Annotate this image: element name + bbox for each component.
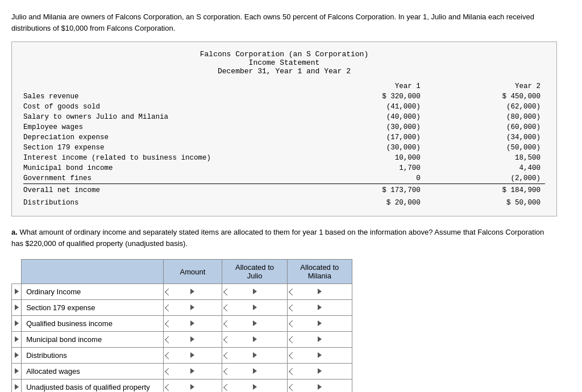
is-overall-year1: $ 173,700 [310, 184, 425, 196]
is-row-year2: (2,000) [425, 173, 545, 184]
chevron-icon [15, 384, 19, 390]
answer-col-amount-header: Amount [163, 260, 222, 284]
amount-chevron-icon [190, 368, 194, 374]
answer-row-julio-0[interactable] [222, 284, 287, 300]
chevron-icon [15, 320, 19, 326]
answer-row-amount-6[interactable] [163, 380, 222, 393]
is-header: Falcons Corporation (an S Corporation) I… [23, 50, 545, 76]
question-label: a. [11, 228, 18, 236]
is-row-label: Salary to owners Julio and Milania [23, 112, 310, 122]
answer-table-wrapper: Amount Allocated to Julio Allocated to M… [11, 259, 352, 392]
is-row-year1: 1,700 [310, 163, 425, 173]
income-statement-table: Year 1 Year 2 Sales revenue $ 320,000 $ … [23, 81, 545, 208]
is-row: Depreciation expense (17,000) (34,000) [23, 132, 545, 143]
is-row-year2: (34,000) [425, 132, 545, 143]
row-chevron-0 [12, 284, 22, 300]
is-row-year1: (41,000) [310, 102, 425, 112]
answer-row-amount-2[interactable] [163, 316, 222, 332]
answer-table-row: Section 179 expense [12, 300, 352, 316]
is-row: Interest income (related to business inc… [23, 153, 545, 163]
is-row-year1: (17,000) [310, 132, 425, 143]
is-row-label: Cost of goods sold [23, 102, 310, 112]
julio-chevron-icon [253, 289, 257, 294]
is-row: Cost of goods sold (41,000) (62,000) [23, 102, 545, 112]
is-overall-row: Overall net income $ 173,700 $ 184,900 [23, 184, 545, 196]
is-row: Sales revenue $ 320,000 $ 450,000 [23, 91, 545, 102]
answer-table-row: Municipal bond income [12, 332, 352, 348]
row-chevron-5 [12, 364, 22, 380]
question-text: What amount of ordinary income and separ… [11, 228, 544, 248]
answer-row-label-1: Section 179 expense [22, 300, 163, 316]
answer-table-row: Ordinary Income [12, 284, 352, 300]
is-title-line1: Falcons Corporation (an S Corporation) [23, 50, 545, 59]
is-row-year2: 4,400 [425, 163, 545, 173]
amount-chevron-icon [190, 336, 194, 342]
row-chevron-6 [12, 380, 22, 393]
answer-row-milania-0[interactable] [287, 284, 352, 300]
is-row-label: Interest income (related to business inc… [23, 153, 310, 163]
answer-row-julio-5[interactable] [222, 364, 287, 380]
row-chevron-3 [12, 332, 22, 348]
answer-row-julio-4[interactable] [222, 348, 287, 364]
answer-row-amount-4[interactable] [163, 348, 222, 364]
amount-chevron-icon [190, 320, 194, 326]
is-row: Salary to owners Julio and Milania (40,0… [23, 112, 545, 122]
is-row-label: Municipal bond income [23, 163, 310, 173]
answer-row-milania-2[interactable] [287, 316, 352, 332]
answer-row-milania-3[interactable] [287, 332, 352, 348]
is-dist-label: Distributions [23, 195, 310, 208]
is-distributions-row: Distributions $ 20,000 $ 50,000 [23, 195, 545, 208]
is-row-year1: (40,000) [310, 112, 425, 122]
milania-chevron-icon [318, 289, 322, 294]
is-row-year2: $ 450,000 [425, 91, 545, 102]
row-chevron-4 [12, 348, 22, 364]
answer-row-julio-6[interactable] [222, 380, 287, 393]
answer-row-milania-4[interactable] [287, 348, 352, 364]
row-chevron-1 [12, 300, 22, 316]
answer-table-row: Allocated wages [12, 364, 352, 380]
answer-row-julio-2[interactable] [222, 316, 287, 332]
answer-row-milania-1[interactable] [287, 300, 352, 316]
is-row: Section 179 expense (30,000) (50,000) [23, 143, 545, 153]
answer-row-julio-3[interactable] [222, 332, 287, 348]
answer-row-julio-1[interactable] [222, 300, 287, 316]
is-overall-label: Overall net income [23, 184, 310, 196]
milania-chevron-icon [318, 352, 322, 358]
is-row-year1: (30,000) [310, 143, 425, 153]
answer-row-label-2: Qualified business income [22, 316, 163, 332]
is-row-label: Depreciation expense [23, 132, 310, 143]
answer-row-label-6: Unadjusted basis of qualified property [22, 380, 163, 393]
julio-chevron-icon [253, 305, 257, 310]
answer-row-amount-1[interactable] [163, 300, 222, 316]
answer-table: Amount Allocated to Julio Allocated to M… [11, 259, 352, 392]
is-row-year2: (60,000) [425, 122, 545, 132]
intro-paragraph: Julio and Milania are owners of Falcons … [11, 11, 557, 34]
is-dist-year2: $ 50,000 [425, 195, 545, 208]
answer-row-label-3: Municipal bond income [22, 332, 163, 348]
answer-row-label-0: Ordinary Income [22, 284, 163, 300]
is-row: Employee wages (30,000) (60,000) [23, 122, 545, 132]
answer-row-label-5: Allocated wages [22, 364, 163, 380]
milania-chevron-icon [318, 368, 322, 374]
is-row-year1: $ 320,000 [310, 91, 425, 102]
is-row: Government fines 0 (2,000) [23, 173, 545, 184]
milania-chevron-icon [318, 320, 322, 326]
answer-row-milania-6[interactable] [287, 380, 352, 393]
milania-chevron-icon [318, 384, 322, 390]
answer-table-row: Qualified business income [12, 316, 352, 332]
amount-chevron-icon [190, 289, 194, 294]
answer-row-label-4: Distributions [22, 348, 163, 364]
amount-chevron-icon [190, 352, 194, 358]
chevron-icon [15, 368, 19, 374]
is-row: Municipal bond income 1,700 4,400 [23, 163, 545, 173]
chevron-icon [15, 289, 19, 294]
question-paragraph: a. What amount of ordinary income and se… [11, 227, 557, 249]
milania-chevron-icon [318, 305, 322, 310]
answer-row-amount-0[interactable] [163, 284, 222, 300]
answer-row-milania-5[interactable] [287, 364, 352, 380]
answer-row-amount-3[interactable] [163, 332, 222, 348]
col-year2-header: Year 2 [425, 81, 545, 91]
is-row-label: Employee wages [23, 122, 310, 132]
is-overall-year2: $ 184,900 [425, 184, 545, 196]
answer-row-amount-5[interactable] [163, 364, 222, 380]
